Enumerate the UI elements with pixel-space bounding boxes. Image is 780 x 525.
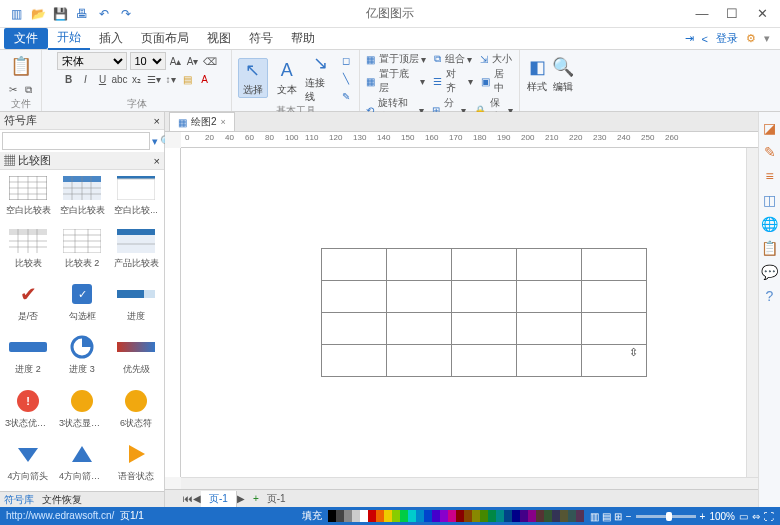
dropdown-icon[interactable]: ▾ (152, 132, 158, 150)
edit-button[interactable]: 🔍编辑 (552, 56, 574, 94)
share-icon[interactable]: < (702, 33, 708, 45)
color-swatch[interactable] (424, 510, 432, 522)
shape-3state-priority[interactable]: !3状态优先级 (4, 387, 52, 434)
rt-format-icon[interactable]: ◪ (763, 120, 776, 136)
page-first-icon[interactable]: ⏮ (183, 493, 193, 504)
align-button[interactable]: 对齐 (446, 67, 466, 95)
bring-front-button[interactable]: 置于顶层 (379, 52, 419, 66)
zoom-in-icon[interactable]: + (700, 511, 706, 522)
shape-product-compare[interactable]: 产品比较表 (112, 227, 160, 274)
color-swatch[interactable] (472, 510, 480, 522)
scrollbar-v[interactable] (746, 148, 758, 477)
paste-icon[interactable]: 📋 (8, 53, 34, 79)
color-swatch[interactable] (544, 510, 552, 522)
font-size-select[interactable]: 10 (130, 52, 166, 70)
status-url[interactable]: http://www.edrawsoft.cn/ (6, 510, 114, 521)
shape-line-icon[interactable]: ╲ (339, 71, 353, 85)
ribbon-collapse-icon[interactable]: ▾ (764, 32, 770, 45)
cut-icon[interactable]: ✂ (6, 83, 20, 97)
shape-yes-no[interactable]: ✔是/否 (4, 280, 52, 327)
rt-globe-icon[interactable]: 🌐 (761, 216, 778, 232)
shape-blank-table-2[interactable]: 空白比较表 (58, 174, 106, 221)
color-swatch[interactable] (344, 510, 352, 522)
color-swatch[interactable] (480, 510, 488, 522)
rt-clipboard-icon[interactable]: 📋 (761, 240, 778, 256)
fullscreen-icon[interactable]: ⛶ (764, 511, 774, 522)
qat-save-icon[interactable]: 💾 (52, 6, 68, 22)
color-swatch[interactable] (576, 510, 584, 522)
settings-icon[interactable]: ⚙ (746, 32, 756, 45)
color-swatch[interactable] (328, 510, 336, 522)
color-swatch[interactable] (496, 510, 504, 522)
search-input[interactable] (2, 132, 150, 150)
document-tab-close-icon[interactable]: × (221, 117, 226, 127)
color-swatch[interactable] (512, 510, 520, 522)
color-swatch[interactable] (440, 510, 448, 522)
shape-arrow-down[interactable]: 4方向箭头 (4, 440, 52, 487)
line-spacing-icon[interactable]: ↕▾ (164, 72, 178, 86)
library-close-icon[interactable]: × (154, 115, 160, 127)
grow-font-icon[interactable]: A▴ (169, 54, 183, 68)
export-icon[interactable]: ⇥ (685, 32, 694, 45)
color-swatch[interactable] (560, 510, 568, 522)
color-swatch[interactable] (376, 510, 384, 522)
color-swatch[interactable] (464, 510, 472, 522)
color-swatch[interactable] (384, 510, 392, 522)
color-swatch[interactable] (392, 510, 400, 522)
scrollbar-h[interactable] (181, 477, 758, 489)
shape-progress[interactable]: 进度 (112, 280, 160, 327)
login-link[interactable]: 登录 (716, 31, 738, 46)
rt-layers-icon[interactable]: ≡ (765, 168, 773, 184)
color-swatch[interactable] (504, 510, 512, 522)
zoom-slider[interactable] (636, 515, 696, 518)
bring-front-icon[interactable]: ▦ (366, 54, 375, 65)
color-swatch[interactable] (400, 510, 408, 522)
shape-compare-table[interactable]: 比较表 (4, 227, 52, 274)
color-swatch[interactable] (352, 510, 360, 522)
align-icon[interactable]: ☰ (433, 76, 442, 87)
connector-tool[interactable]: ↘连接线 (305, 52, 335, 104)
copy-icon[interactable]: ⧉ (22, 83, 36, 97)
group-icon[interactable]: ⧉ (434, 53, 441, 65)
qat-undo-icon[interactable]: ↶ (96, 6, 112, 22)
clear-format-icon[interactable]: ⌫ (203, 54, 217, 68)
style-button[interactable]: ◧样式 (526, 56, 548, 94)
category-close-icon[interactable]: × (154, 155, 160, 167)
menu-tab-symbol[interactable]: 符号 (240, 28, 282, 49)
shape-blank-table-3[interactable]: 空白比较... (112, 174, 160, 221)
shape-progress-2[interactable]: 进度 2 (4, 333, 52, 380)
color-swatch[interactable] (456, 510, 464, 522)
color-swatch[interactable] (520, 510, 528, 522)
color-swatch[interactable] (416, 510, 424, 522)
shape-arrow-up[interactable]: 4方向箭头 2 (58, 440, 106, 487)
size-button[interactable]: 大小 (492, 52, 512, 66)
group-button[interactable]: 组合 (445, 52, 465, 66)
rt-chat-icon[interactable]: 💬 (761, 264, 778, 280)
color-swatch[interactable] (552, 510, 560, 522)
color-swatch[interactable] (448, 510, 456, 522)
subscript-button[interactable]: x₂ (130, 72, 144, 86)
menu-tab-start[interactable]: 开始 (48, 27, 90, 50)
color-palette[interactable] (328, 510, 584, 522)
bottom-tab-recover[interactable]: 文件恢复 (42, 493, 82, 507)
menu-tab-view[interactable]: 视图 (198, 28, 240, 49)
menu-tab-layout[interactable]: 页面布局 (132, 28, 198, 49)
shrink-font-icon[interactable]: A▾ (186, 54, 200, 68)
underline-button[interactable]: U (96, 72, 110, 86)
color-swatch[interactable] (528, 510, 536, 522)
send-back-icon[interactable]: ▦ (366, 76, 375, 87)
text-tool[interactable]: A文本 (272, 60, 302, 97)
shape-checkbox[interactable]: ✓勾选框 (58, 280, 106, 327)
page-tab-secondary[interactable]: 页-1 (259, 491, 294, 507)
page-next-icon[interactable]: ▶ (237, 493, 245, 504)
center-icon[interactable]: ▣ (481, 76, 490, 87)
font-name-select[interactable]: 宋体 (57, 52, 127, 70)
bold-button[interactable]: B (62, 72, 76, 86)
italic-button[interactable]: I (79, 72, 93, 86)
color-swatch[interactable] (360, 510, 368, 522)
rt-ruler-icon[interactable]: ◫ (763, 192, 776, 208)
document-tab[interactable]: ▦ 绘图2 × (169, 112, 235, 131)
color-swatch[interactable] (568, 510, 576, 522)
qat-new-icon[interactable]: ▥ (8, 6, 24, 22)
color-swatch[interactable] (432, 510, 440, 522)
